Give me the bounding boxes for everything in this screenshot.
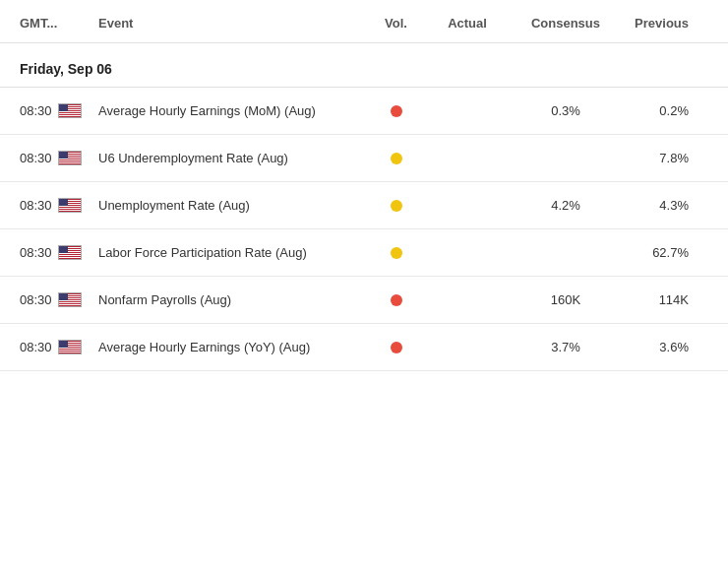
flag-icon (58, 340, 82, 354)
flag-icon (58, 103, 82, 118)
volatility-indicator (369, 105, 423, 117)
consensus-value: 0.3% (512, 103, 620, 118)
table-row: 08:30 Average Hourly Earnings (MoM) (Aug… (0, 88, 728, 135)
vol-dot-yellow (391, 200, 402, 212)
previous-value: 114K (620, 292, 708, 307)
vol-dot-red (391, 294, 402, 306)
event-name[interactable]: U6 Underemployment Rate (Aug) (98, 151, 369, 165)
event-time: 08:30 (20, 103, 98, 118)
previous-value: 0.2% (620, 103, 708, 118)
event-time: 08:30 (20, 340, 98, 354)
table-row: 08:30 Labor Force Participation Rate (Au… (0, 229, 728, 277)
volatility-indicator (369, 153, 423, 164)
volatility-indicator (369, 342, 423, 353)
table-row: 08:30 Nonfarm Payrolls (Aug) 160K 114K (0, 277, 728, 324)
flag-icon (58, 198, 82, 213)
previous-value: 4.3% (620, 198, 708, 213)
header-event: Event (98, 16, 369, 31)
volatility-indicator (369, 294, 423, 306)
event-name[interactable]: Average Hourly Earnings (YoY) (Aug) (98, 340, 369, 354)
time-value: 08:30 (20, 340, 52, 354)
header-vol: Vol. (369, 16, 423, 31)
time-value: 08:30 (20, 151, 52, 165)
event-name[interactable]: Nonfarm Payrolls (Aug) (98, 292, 369, 307)
header-actual: Actual (423, 16, 512, 31)
vol-dot-yellow (391, 247, 402, 259)
flag-icon (58, 151, 82, 165)
section-date: Friday, Sep 06 (0, 43, 728, 88)
time-value: 08:30 (20, 292, 52, 307)
vol-dot-red (391, 342, 402, 353)
table-row: 08:30 U6 Underemployment Rate (Aug) 7.8% (0, 135, 728, 182)
event-name[interactable]: Unemployment Rate (Aug) (98, 198, 369, 213)
consensus-value: 4.2% (512, 198, 620, 213)
previous-value: 62.7% (620, 245, 708, 260)
table-header: GMT... Event Vol. Actual Consensus Previ… (0, 0, 728, 43)
event-name[interactable]: Average Hourly Earnings (MoM) (Aug) (98, 103, 369, 118)
event-time: 08:30 (20, 245, 98, 260)
header-gmt: GMT... (20, 16, 98, 31)
header-consensus: Consensus (512, 16, 620, 31)
time-value: 08:30 (20, 103, 52, 118)
flag-icon (58, 245, 82, 260)
event-time: 08:30 (20, 292, 98, 307)
time-value: 08:30 (20, 245, 52, 260)
flag-icon (58, 292, 82, 307)
section-friday: Friday, Sep 06 08:30 Average Hourly Earn… (0, 43, 728, 371)
previous-value: 3.6% (620, 340, 708, 354)
event-time: 08:30 (20, 198, 98, 213)
vol-dot-yellow (391, 153, 402, 164)
consensus-value: 160K (512, 292, 620, 307)
event-time: 08:30 (20, 151, 98, 165)
header-previous: Previous (620, 16, 708, 31)
event-name[interactable]: Labor Force Participation Rate (Aug) (98, 245, 369, 260)
consensus-value: 3.7% (512, 340, 620, 354)
time-value: 08:30 (20, 198, 52, 213)
table-row: 08:30 Average Hourly Earnings (YoY) (Aug… (0, 324, 728, 371)
previous-value: 7.8% (620, 151, 708, 165)
vol-dot-red (391, 105, 402, 117)
volatility-indicator (369, 200, 423, 212)
table-row: 08:30 Unemployment Rate (Aug) 4.2% 4.3% (0, 182, 728, 229)
volatility-indicator (369, 247, 423, 259)
